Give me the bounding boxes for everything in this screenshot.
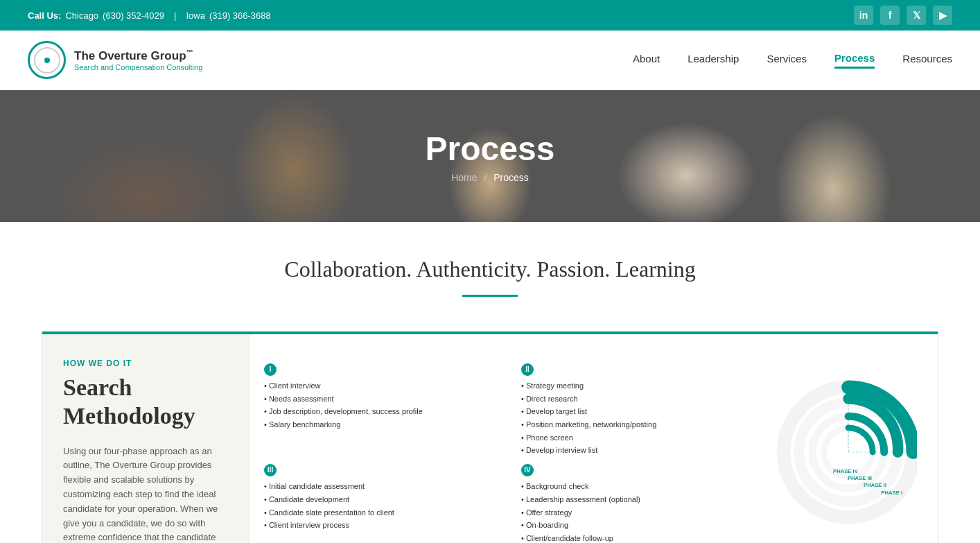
nav-resources[interactable]: Resources <box>902 53 952 67</box>
process-section: HOW WE DO IT Search Methodology Using ou… <box>0 318 980 543</box>
list-item: Develop interview list <box>521 444 758 457</box>
phase-4-num: IV <box>521 464 534 476</box>
list-item: Background check <box>521 480 758 493</box>
list-item: Offer strategy <box>521 506 758 519</box>
list-item: Client interview process <box>264 519 500 532</box>
svg-text:PHASE IV: PHASE IV <box>833 468 859 474</box>
phase-svg: PHASE I PHASE II PHASE III PHASE IV <box>764 376 917 528</box>
phase-1-num: I <box>264 363 277 376</box>
process-card: HOW WE DO IT Search Methodology Using ou… <box>42 331 938 543</box>
nav-about[interactable]: About <box>633 53 660 67</box>
list-item: Client interview <box>264 379 500 393</box>
tagline-section: Collaboration. Authenticity. Passion. Le… <box>0 222 980 318</box>
list-item: Job description, development, success pr… <box>264 405 500 418</box>
list-item: Initial candidate assessment <box>264 480 500 493</box>
breadcrumb-sep: / <box>484 172 487 183</box>
phase-2-num: II <box>521 363 534 376</box>
list-item: Direct research <box>521 393 758 406</box>
header: The Overture Group™ Search and Compensat… <box>0 31 980 90</box>
phase-4-items: Background check Leadership assessment (… <box>521 480 758 543</box>
list-item: Leadership assessment (optional) <box>521 493 758 506</box>
list-item: Candidate development <box>264 493 500 506</box>
list-item: On-boarding <box>521 519 758 532</box>
logo-circle <box>28 41 66 79</box>
hero-title: Process <box>426 130 555 168</box>
list-item: Candidate slate presentation to client <box>264 506 500 519</box>
hero-section: Process Home / Process <box>0 90 980 222</box>
phases-container: I Client interview Needs assessment Job … <box>264 355 924 543</box>
call-label: Call Us: <box>28 10 61 21</box>
iowa-phone[interactable]: (319) 366-3688 <box>209 10 271 21</box>
tagline-text: Collaboration. Authenticity. Passion. Le… <box>28 257 952 282</box>
phase-1-items: Client interview Needs assessment Job de… <box>264 379 500 431</box>
twitter-icon[interactable]: 𝕏 <box>907 6 926 25</box>
list-item: Strategy meeting <box>521 379 758 393</box>
breadcrumb: Home / Process <box>426 172 555 183</box>
facebook-icon[interactable]: f <box>880 6 900 25</box>
phase-col-1: I Client interview Needs assessment Job … <box>264 362 500 457</box>
nav-services[interactable]: Services <box>767 53 807 67</box>
list-item: Position marketing, networking/posting <box>521 418 758 431</box>
list-item: Salary benchmarking <box>264 418 500 431</box>
hero-content: Process Home / Process <box>426 130 555 183</box>
breadcrumb-home[interactable]: Home <box>451 172 477 183</box>
top-bar: Call Us: Chicago (630) 352-4029 | Iowa (… <box>0 0 980 31</box>
phone-info: Call Us: Chicago (630) 352-4029 | Iowa (… <box>28 10 271 21</box>
phase-3-items: Initial candidate assessment Candidate d… <box>264 480 500 532</box>
logo: The Overture Group™ Search and Compensat… <box>28 41 202 79</box>
list-item: Develop target list <box>521 405 758 418</box>
nav-leadership[interactable]: Leadership <box>688 53 739 67</box>
list-item: Phone screen <box>521 431 758 445</box>
logo-circle-inner <box>34 47 60 74</box>
separator: | <box>174 10 176 21</box>
chicago-phone[interactable]: (630) 352-4029 <box>103 10 164 21</box>
circular-diagram: PHASE I PHASE II PHASE III PHASE IV <box>758 355 924 543</box>
logo-dot <box>44 58 50 63</box>
phase-row-2: III Initial candidate assessment Candida… <box>264 463 758 543</box>
how-label: HOW WE DO IT <box>63 359 229 368</box>
tagline-divider <box>462 295 518 297</box>
svg-text:PHASE II: PHASE II <box>864 482 886 488</box>
phase-3-num: III <box>264 464 277 476</box>
youtube-icon[interactable]: ▶ <box>933 6 952 25</box>
logo-text: The Overture Group™ Search and Compensat… <box>74 49 202 71</box>
list-item: Client/candidate follow-up <box>521 532 758 543</box>
svg-text:PHASE III: PHASE III <box>848 475 872 481</box>
phase-2-items: Strategy meeting Direct research Develop… <box>521 379 758 457</box>
social-icons: in f 𝕏 ▶ <box>854 6 952 25</box>
phase-row-1: I Client interview Needs assessment Job … <box>264 362 758 457</box>
linkedin-icon[interactable]: in <box>854 6 873 25</box>
main-nav: About Leadership Services Process Resour… <box>633 52 952 69</box>
process-right-panel: I Client interview Needs assessment Job … <box>250 334 938 543</box>
process-left-panel: HOW WE DO IT Search Methodology Using ou… <box>42 334 250 543</box>
breadcrumb-current: Process <box>493 172 529 183</box>
svg-text:PHASE I: PHASE I <box>881 490 902 496</box>
logo-tagline: Search and Compensation Consulting <box>74 63 202 71</box>
phase-col-3: III Initial candidate assessment Candida… <box>264 463 500 543</box>
logo-name: The Overture Group™ <box>74 49 202 63</box>
phase-col-4: IV Background check Leadership assessmen… <box>521 463 758 543</box>
list-item: Needs assessment <box>264 393 500 406</box>
methodology-desc: Using our four-phase approach as an outl… <box>63 445 229 543</box>
methodology-title: Search Methodology <box>63 374 229 431</box>
phase-list-area: I Client interview Needs assessment Job … <box>264 355 758 543</box>
iowa-label: Iowa <box>186 10 204 21</box>
phase-col-2: II Strategy meeting Direct research Deve… <box>521 362 758 457</box>
chicago-label: Chicago <box>65 10 98 21</box>
nav-process[interactable]: Process <box>834 52 875 69</box>
